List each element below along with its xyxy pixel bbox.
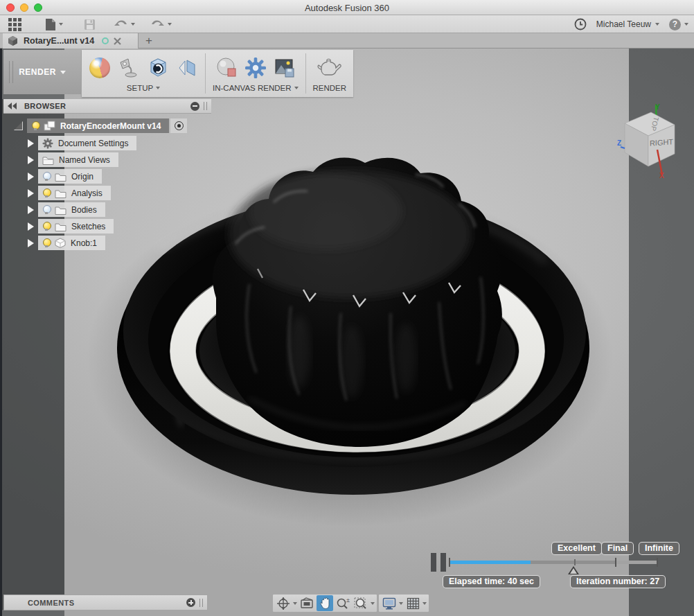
collapse-all-icon[interactable] [190,102,199,111]
capture-image-icon [274,57,296,79]
setup-group-label[interactable]: SETUP [127,84,160,92]
panel-resize-grip[interactable] [199,599,203,607]
tree-row[interactable]: Sketches [28,218,114,234]
expand-triangle-icon[interactable] [14,121,23,130]
z-axis-label: Z [617,139,621,147]
window-title: Autodesk Fusion 360 [0,3,694,13]
tree-row[interactable]: Named Views [28,152,118,168]
grid-snap-button[interactable] [404,595,421,611]
visibility-bulb-icon[interactable] [42,172,50,182]
tree-row[interactable]: Origin [28,168,102,184]
comments-label: COMMENTS [28,599,186,607]
capture-image-button[interactable] [274,57,296,79]
y-axis-label: Y [655,103,660,111]
collapsed-triangle-icon[interactable] [28,222,34,231]
ribbon-group-in-canvas-render: IN-CANVAS RENDER [206,50,305,97]
decal-button[interactable] [147,57,169,79]
browser-header[interactable]: BROWSER [3,99,211,114]
orbit-button[interactable] [275,595,292,611]
tree-item-label: Bodies [71,205,97,215]
visibility-bulb-icon[interactable] [42,205,50,215]
in-canvas-render-button[interactable] [215,57,238,79]
browser-title: BROWSER [24,102,190,110]
file-menu-button[interactable] [45,18,63,31]
tree-item-label: Named Views [59,155,110,165]
comments-bar[interactable]: COMMENTS [3,595,208,610]
user-menu[interactable]: Michael Teeuw [596,19,659,29]
undo-button[interactable] [114,19,135,30]
in-canvas-render-icon [215,57,238,79]
redo-icon [150,19,165,30]
pan-button[interactable] [317,595,333,611]
display-dropdown-icon[interactable] [399,602,403,605]
close-tab-icon[interactable] [114,37,121,45]
ribbon-group-setup: SETUP [82,50,205,97]
add-comment-icon[interactable] [186,598,195,607]
scene-settings-button[interactable] [118,57,140,79]
visibility-bulb-icon[interactable] [42,238,50,248]
tree-row[interactable]: Document Settings [28,135,136,151]
appearance-button[interactable] [89,57,111,79]
gear-icon [42,138,53,149]
in-canvas-render-group-label[interactable]: IN-CANVAS RENDER [213,84,299,92]
tree-row-root[interactable]: RotaryEncoderMount v14 [14,118,187,134]
titlebar: Autodesk Fusion 360 [0,0,694,15]
texture-map-controls-button[interactable] [176,57,198,79]
visibility-bulb-icon[interactable] [42,188,50,198]
app-grid-icon[interactable] [8,17,23,31]
workspace-selector[interactable]: RENDER [3,50,81,94]
user-name-label: Michael Teeuw [596,19,651,29]
tree-row[interactable]: Analysis [28,185,111,201]
file-icon [45,18,56,31]
tree-row[interactable]: Bodies [28,202,105,218]
pause-render-button[interactable] [431,553,447,572]
body-cube-icon [55,238,66,248]
ribbon-toolbar: RENDER [0,50,353,97]
quality-slider-marker[interactable] [568,566,579,574]
viewport-canvas[interactable]: TOP RIGHT Y X Z RENDER [0,49,694,616]
render-settings-gear-icon [244,57,267,79]
zoom-dropdown-icon[interactable] [371,602,375,605]
look-at-button[interactable] [299,595,315,611]
component-icon [44,121,55,131]
viewcube[interactable]: TOP RIGHT Y X Z [616,103,686,179]
visibility-bulb-icon[interactable] [42,222,50,231]
grid-dropdown-icon[interactable] [422,602,427,605]
job-status-clock-icon[interactable] [574,18,587,30]
svg-text:±: ± [346,597,350,604]
collapsed-triangle-icon[interactable] [28,139,34,148]
document-tab[interactable]: RotaryE...unt v14 [3,33,139,49]
folder-icon [55,222,66,231]
collapse-panel-icon[interactable] [8,103,17,109]
render-progress-track[interactable] [449,561,658,564]
activate-component-radio[interactable] [170,118,187,133]
zoom-button[interactable]: ± [335,595,351,611]
redo-button[interactable] [150,19,172,30]
new-tab-plus-icon: + [145,34,152,48]
document-tab-bar: RotaryE...unt v14 + [0,33,694,49]
help-menu[interactable]: ? [669,19,688,30]
x-axis-label: X [659,172,664,179]
visibility-bulb-icon[interactable] [31,121,39,131]
collapsed-triangle-icon[interactable] [28,173,34,181]
render-progress-extra [616,561,658,564]
collapsed-triangle-icon[interactable] [28,206,34,214]
panel-resize-grip[interactable] [204,102,207,110]
new-tab-button[interactable]: + [140,33,158,49]
zoom-window-button[interactable] [353,595,369,611]
save-icon[interactable] [84,19,96,30]
viewcube-front-label[interactable]: RIGHT [650,137,673,147]
render-settings-button[interactable] [244,57,267,79]
orbit-dropdown-icon[interactable] [293,602,297,605]
collapsed-triangle-icon[interactable] [28,239,34,247]
collapsed-triangle-icon[interactable] [28,189,34,197]
quality-badge-excellent: Excellent [551,542,602,555]
document-cube-icon [7,35,19,46]
undo-icon [114,19,128,30]
display-settings-button[interactable] [381,595,398,611]
render-button[interactable] [314,57,345,79]
tree-row[interactable]: Knob:1 [28,235,105,251]
collapsed-triangle-icon[interactable] [28,156,34,164]
document-tab-label: RotaryE...unt v14 [24,36,94,46]
z-axis-line [621,147,625,148]
